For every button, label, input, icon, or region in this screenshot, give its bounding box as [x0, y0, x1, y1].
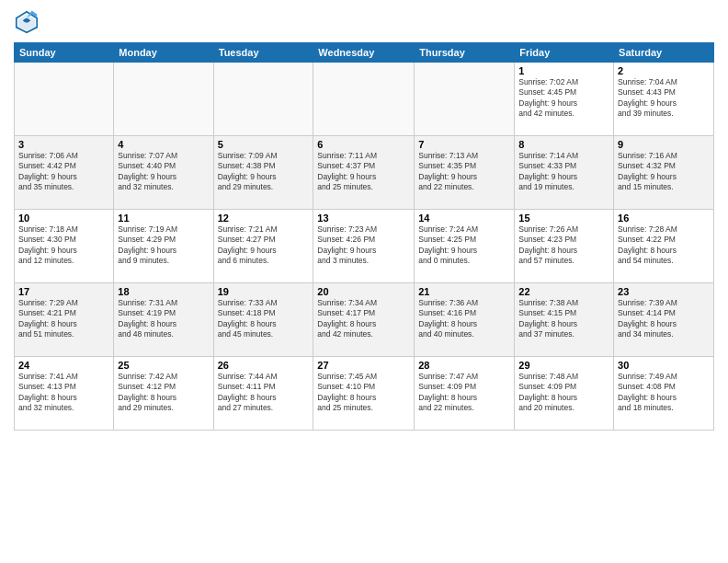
day-number: 24: [18, 360, 109, 371]
day-number: 6: [317, 139, 410, 150]
calendar-cell: 21Sunrise: 7:36 AM Sunset: 4:16 PM Dayli…: [415, 283, 515, 357]
day-number: 19: [218, 286, 310, 297]
day-number: 27: [317, 360, 410, 371]
day-number: 29: [518, 360, 609, 371]
calendar-cell: [15, 63, 114, 136]
day-number: 30: [618, 360, 710, 371]
calendar-week-row: 17Sunrise: 7:29 AM Sunset: 4:21 PM Dayli…: [15, 283, 714, 357]
day-info: Sunrise: 7:23 AM Sunset: 4:26 PM Dayligh…: [317, 224, 410, 267]
calendar-cell: [313, 63, 415, 136]
calendar-cell: 16Sunrise: 7:28 AM Sunset: 4:22 PM Dayli…: [614, 210, 714, 283]
calendar-cell: 11Sunrise: 7:19 AM Sunset: 4:29 PM Dayli…: [114, 210, 213, 283]
day-info: Sunrise: 7:21 AM Sunset: 4:27 PM Dayligh…: [218, 224, 310, 267]
logo: [14, 9, 43, 35]
day-info: Sunrise: 7:44 AM Sunset: 4:11 PM Dayligh…: [218, 372, 310, 414]
calendar-cell: 28Sunrise: 7:47 AM Sunset: 4:09 PM Dayli…: [415, 357, 515, 431]
calendar-cell: 6Sunrise: 7:11 AM Sunset: 4:37 PM Daylig…: [313, 136, 415, 210]
day-info: Sunrise: 7:16 AM Sunset: 4:32 PM Dayligh…: [618, 151, 710, 193]
day-info: Sunrise: 7:26 AM Sunset: 4:23 PM Dayligh…: [518, 224, 609, 267]
day-number: 12: [218, 213, 310, 224]
calendar-cell: 12Sunrise: 7:21 AM Sunset: 4:27 PM Dayli…: [213, 210, 313, 283]
calendar-cell: [415, 63, 515, 136]
day-of-week-header: Wednesday: [313, 43, 415, 63]
day-number: 10: [18, 213, 109, 224]
calendar-cell: 24Sunrise: 7:41 AM Sunset: 4:13 PM Dayli…: [15, 357, 114, 431]
day-info: Sunrise: 7:24 AM Sunset: 4:25 PM Dayligh…: [418, 224, 510, 267]
day-number: 13: [317, 213, 410, 224]
calendar-cell: 15Sunrise: 7:26 AM Sunset: 4:23 PM Dayli…: [515, 210, 614, 283]
calendar-cell: 2Sunrise: 7:04 AM Sunset: 4:43 PM Daylig…: [614, 63, 714, 136]
day-number: 7: [418, 139, 510, 150]
header: [14, 9, 714, 35]
calendar-cell: [213, 63, 313, 136]
day-of-week-header: Thursday: [415, 43, 515, 63]
day-info: Sunrise: 7:42 AM Sunset: 4:12 PM Dayligh…: [118, 372, 209, 414]
calendar-cell: 8Sunrise: 7:14 AM Sunset: 4:33 PM Daylig…: [515, 136, 614, 210]
day-number: 2: [618, 65, 710, 76]
calendar-cell: 25Sunrise: 7:42 AM Sunset: 4:12 PM Dayli…: [114, 357, 213, 431]
day-number: 26: [218, 360, 310, 371]
day-info: Sunrise: 7:48 AM Sunset: 4:09 PM Dayligh…: [518, 372, 609, 414]
day-info: Sunrise: 7:14 AM Sunset: 4:33 PM Dayligh…: [518, 151, 609, 193]
calendar-cell: 10Sunrise: 7:18 AM Sunset: 4:30 PM Dayli…: [15, 210, 114, 283]
day-of-week-header: Tuesday: [213, 43, 313, 63]
day-info: Sunrise: 7:02 AM Sunset: 4:45 PM Dayligh…: [518, 77, 609, 120]
calendar-cell: 14Sunrise: 7:24 AM Sunset: 4:25 PM Dayli…: [415, 210, 515, 283]
calendar-cell: [114, 63, 213, 136]
day-info: Sunrise: 7:06 AM Sunset: 4:42 PM Dayligh…: [18, 151, 109, 193]
day-info: Sunrise: 7:04 AM Sunset: 4:43 PM Dayligh…: [618, 77, 710, 120]
calendar-week-row: 1Sunrise: 7:02 AM Sunset: 4:45 PM Daylig…: [15, 63, 714, 136]
calendar-week-row: 3Sunrise: 7:06 AM Sunset: 4:42 PM Daylig…: [15, 136, 714, 210]
calendar-table: SundayMondayTuesdayWednesdayThursdayFrid…: [14, 42, 714, 431]
calendar-week-row: 24Sunrise: 7:41 AM Sunset: 4:13 PM Dayli…: [15, 357, 714, 431]
day-info: Sunrise: 7:45 AM Sunset: 4:10 PM Dayligh…: [317, 372, 410, 414]
calendar-cell: 30Sunrise: 7:49 AM Sunset: 4:08 PM Dayli…: [614, 357, 714, 431]
day-number: 23: [618, 286, 710, 297]
day-number: 15: [518, 213, 609, 224]
day-info: Sunrise: 7:47 AM Sunset: 4:09 PM Dayligh…: [418, 372, 510, 414]
day-number: 11: [118, 213, 209, 224]
day-info: Sunrise: 7:07 AM Sunset: 4:40 PM Dayligh…: [118, 151, 209, 193]
calendar-cell: 26Sunrise: 7:44 AM Sunset: 4:11 PM Dayli…: [213, 357, 313, 431]
calendar-body: 1Sunrise: 7:02 AM Sunset: 4:45 PM Daylig…: [15, 63, 714, 431]
day-number: 1: [518, 65, 609, 76]
day-info: Sunrise: 7:41 AM Sunset: 4:13 PM Dayligh…: [18, 372, 109, 414]
days-of-week-row: SundayMondayTuesdayWednesdayThursdayFrid…: [15, 43, 714, 63]
logo-icon: [14, 9, 40, 35]
day-info: Sunrise: 7:18 AM Sunset: 4:30 PM Dayligh…: [18, 224, 109, 267]
calendar-cell: 18Sunrise: 7:31 AM Sunset: 4:19 PM Dayli…: [114, 283, 213, 357]
day-of-week-header: Sunday: [15, 43, 114, 63]
calendar-cell: 27Sunrise: 7:45 AM Sunset: 4:10 PM Dayli…: [313, 357, 415, 431]
calendar-cell: 13Sunrise: 7:23 AM Sunset: 4:26 PM Dayli…: [313, 210, 415, 283]
day-of-week-header: Friday: [515, 43, 614, 63]
day-info: Sunrise: 7:19 AM Sunset: 4:29 PM Dayligh…: [118, 224, 209, 267]
day-info: Sunrise: 7:09 AM Sunset: 4:38 PM Dayligh…: [218, 151, 310, 193]
calendar-cell: 20Sunrise: 7:34 AM Sunset: 4:17 PM Dayli…: [313, 283, 415, 357]
day-number: 18: [118, 286, 209, 297]
calendar-cell: 7Sunrise: 7:13 AM Sunset: 4:35 PM Daylig…: [415, 136, 515, 210]
day-number: 5: [218, 139, 310, 150]
calendar-cell: 23Sunrise: 7:39 AM Sunset: 4:14 PM Dayli…: [614, 283, 714, 357]
day-info: Sunrise: 7:11 AM Sunset: 4:37 PM Dayligh…: [317, 151, 410, 193]
calendar-week-row: 10Sunrise: 7:18 AM Sunset: 4:30 PM Dayli…: [15, 210, 714, 283]
calendar-cell: 4Sunrise: 7:07 AM Sunset: 4:40 PM Daylig…: [114, 136, 213, 210]
day-number: 3: [18, 139, 109, 150]
day-number: 14: [418, 213, 510, 224]
calendar-cell: 1Sunrise: 7:02 AM Sunset: 4:45 PM Daylig…: [515, 63, 614, 136]
day-info: Sunrise: 7:28 AM Sunset: 4:22 PM Dayligh…: [618, 224, 710, 267]
day-info: Sunrise: 7:36 AM Sunset: 4:16 PM Dayligh…: [418, 298, 510, 340]
calendar-cell: 9Sunrise: 7:16 AM Sunset: 4:32 PM Daylig…: [614, 136, 714, 210]
day-info: Sunrise: 7:38 AM Sunset: 4:15 PM Dayligh…: [518, 298, 609, 340]
day-info: Sunrise: 7:49 AM Sunset: 4:08 PM Dayligh…: [618, 372, 710, 414]
day-of-week-header: Monday: [114, 43, 213, 63]
day-number: 25: [118, 360, 209, 371]
calendar-cell: 22Sunrise: 7:38 AM Sunset: 4:15 PM Dayli…: [515, 283, 614, 357]
day-number: 21: [418, 286, 510, 297]
day-number: 9: [618, 139, 710, 150]
day-number: 16: [618, 213, 710, 224]
day-number: 20: [317, 286, 410, 297]
day-info: Sunrise: 7:13 AM Sunset: 4:35 PM Dayligh…: [418, 151, 510, 193]
day-info: Sunrise: 7:39 AM Sunset: 4:14 PM Dayligh…: [618, 298, 710, 340]
calendar-header: SundayMondayTuesdayWednesdayThursdayFrid…: [15, 43, 714, 63]
day-info: Sunrise: 7:34 AM Sunset: 4:17 PM Dayligh…: [317, 298, 410, 340]
